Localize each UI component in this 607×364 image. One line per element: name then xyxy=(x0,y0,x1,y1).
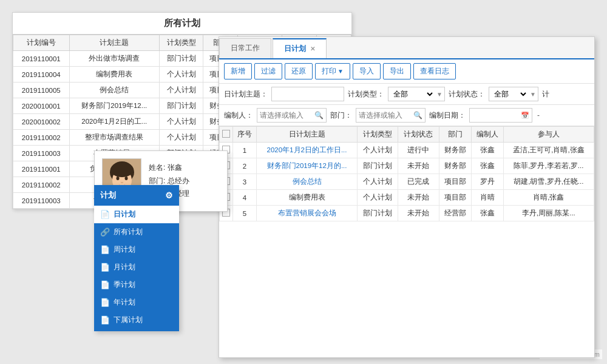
table-cell: 2019110003 xyxy=(13,146,70,161)
tab-close-icon[interactable]: ✕ xyxy=(310,46,315,52)
status-select[interactable]: 全部 未开始 进行中 已完成 xyxy=(489,87,528,101)
topic-input[interactable] xyxy=(271,87,344,101)
table-row[interactable]: 2财务部门2019年12月的...部门计划未开始财务部张鑫陈菲,罗丹,李若若,罗… xyxy=(220,158,594,174)
filter-row-2: 编制人： 🔍 部门： 🔍 编制日期： 📅 - xyxy=(219,105,594,126)
table-row[interactable]: 3例会总结个人计划已完成项目部罗丹胡建,胡雪,罗丹,任晓... xyxy=(220,174,594,190)
sidebar-header: 计划 ⚙ xyxy=(94,185,179,206)
topic-cell[interactable]: 财务部门2019年12月的... xyxy=(256,158,357,174)
date-label: 编制日期： xyxy=(429,110,466,121)
seq-cell: 1 xyxy=(233,143,257,158)
editor-input-wrap[interactable]: 🔍 xyxy=(257,108,327,123)
table-row[interactable]: 12020年1月2日的工作日...个人计划进行中财务部张鑫孟洁,王可可,肖晴,张… xyxy=(220,143,594,158)
editor-cell: 肖晴 xyxy=(471,190,503,206)
sidebar-item-sub[interactable]: 📄下属计划 xyxy=(94,311,179,329)
topic-cell[interactable]: 2020年1月2日的工作日... xyxy=(256,143,357,158)
sidebar-item-label: 周计划 xyxy=(114,244,135,255)
type-select-arrow-icon: ▼ xyxy=(435,91,444,98)
date-start-wrap[interactable]: 📅 xyxy=(469,108,532,123)
table-cell: 2020010002 xyxy=(13,114,70,130)
data-table-wrap: 序号日计划主题计划类型计划状态部门编制人参与人 12020年1月2日的工作日..… xyxy=(219,126,594,357)
dept-cell: 财务部 xyxy=(439,158,471,174)
editor-search-icon[interactable]: 🔍 xyxy=(312,111,326,120)
table-row[interactable]: 4编制费用表个人计划未开始项目部肖晴肖晴,张鑫 xyxy=(220,190,594,206)
date-start-input[interactable] xyxy=(470,109,518,122)
doc-icon: 📄 xyxy=(100,263,110,272)
table-cell: 2020010001 xyxy=(13,98,70,114)
print-button[interactable]: 打印 ▼ xyxy=(315,63,350,79)
tab-daily-plan[interactable]: 日计划 ✕ xyxy=(273,38,327,58)
table-cell: 编制费用表 xyxy=(69,67,159,83)
date-separator: - xyxy=(537,111,540,120)
filter-button[interactable]: 过滤 xyxy=(254,63,282,79)
export-button[interactable]: 导出 xyxy=(383,63,411,79)
table-cell: 整理市场调查结果 xyxy=(69,130,159,146)
type-cell: 个人计划 xyxy=(358,143,398,158)
doc-icon: 📄 xyxy=(100,245,110,254)
dept-search-icon[interactable]: 🔍 xyxy=(411,111,425,120)
gear-icon[interactable]: ⚙ xyxy=(165,190,173,200)
table-cell: 部门计划 xyxy=(160,51,203,67)
table-row[interactable]: 5布置营销展会会场部门计划未开始经营部张鑫李丹,周丽,陈某... xyxy=(220,206,594,221)
dept-cell: 经营部 xyxy=(439,206,471,221)
table-cell: 2020年1月2日的工... xyxy=(69,114,159,130)
col-header-计划状态: 计划状态 xyxy=(398,127,439,143)
sidebar-item-label: 所有计划 xyxy=(114,227,143,237)
sidebar-panel: 计划 ⚙ 📄日计划🔗所有计划📄周计划📄月计划📄季计划📄年计划📄下属计划 xyxy=(94,185,179,331)
table-cell: 个人计划 xyxy=(160,83,203,98)
participants-cell: 陈菲,罗丹,李若若,罗... xyxy=(503,158,594,174)
bg-panel-title: 所有计划 xyxy=(13,13,351,35)
sidebar-item-daily[interactable]: 📄日计划 xyxy=(94,206,179,223)
type-cell: 个人计划 xyxy=(358,190,398,206)
seq-cell: 4 xyxy=(233,190,257,206)
table-cell: 财务部门2019年12... xyxy=(69,98,159,114)
status-cell: 未开始 xyxy=(398,158,439,174)
sidebar-item-weekly[interactable]: 📄周计划 xyxy=(94,241,179,258)
participants-cell: 李丹,周丽,陈某... xyxy=(503,206,594,221)
doc-icon: 📄 xyxy=(100,315,110,325)
select-all-checkbox[interactable] xyxy=(222,130,230,138)
dept-cell: 项目部 xyxy=(439,174,471,190)
table-cell: 2019110001 xyxy=(13,161,70,177)
sidebar-item-label: 日计划 xyxy=(114,209,135,220)
editor-input[interactable] xyxy=(257,109,312,122)
calendar-start-icon[interactable]: 📅 xyxy=(518,112,532,120)
table-cell: 个人计划 xyxy=(160,67,203,83)
table-cell: 外出做市场调查 xyxy=(69,51,159,67)
tabs-bar: 日常工作 日计划 ✕ xyxy=(219,37,594,59)
participants-cell: 胡建,胡雪,罗丹,任晓... xyxy=(503,174,594,190)
editor-label: 编制人： xyxy=(224,110,253,121)
bg-col-header: 计划主题 xyxy=(69,35,159,51)
dept-input-wrap[interactable]: 🔍 xyxy=(356,108,426,123)
filter-row-1: 日计划主题： 计划类型： 全部 个人计划 部门计划 ▼ 计划状态： 全部 未开始… xyxy=(219,84,594,105)
col-header-参与人: 参与人 xyxy=(503,127,594,143)
tab-daily-work[interactable]: 日常工作 xyxy=(219,38,271,58)
import-button[interactable]: 导入 xyxy=(353,63,381,79)
type-select-wrap[interactable]: 全部 个人计划 部门计划 ▼ xyxy=(388,87,445,101)
topic-cell[interactable]: 布置营销展会会场 xyxy=(256,206,357,221)
sidebar-item-label: 月计划 xyxy=(114,262,135,272)
dept-input[interactable] xyxy=(356,109,411,122)
type-cell: 部门计划 xyxy=(358,158,398,174)
type-select[interactable]: 全部 个人计划 部门计划 xyxy=(388,87,435,101)
table-cell: 例会总结 xyxy=(69,83,159,98)
table-cell: 个人计划 xyxy=(160,114,203,130)
table-cell: 2019110005 xyxy=(13,83,70,98)
restore-button[interactable]: 还原 xyxy=(285,63,313,79)
status-cell: 未开始 xyxy=(398,206,439,221)
bg-col-header: 计划编号 xyxy=(13,35,70,51)
sidebar-item-label: 年计划 xyxy=(114,297,135,308)
svg-point-4 xyxy=(125,177,128,180)
type-label: 计划类型： xyxy=(348,89,384,99)
sidebar-item-yearly[interactable]: 📄年计划 xyxy=(94,294,179,311)
topic-cell[interactable]: 例会总结 xyxy=(256,174,357,190)
sidebar-item-quarterly[interactable]: 📄季计划 xyxy=(94,276,179,294)
dept-cell: 项目部 xyxy=(439,190,471,206)
sidebar-item-all[interactable]: 🔗所有计划 xyxy=(94,223,179,241)
participants-cell: 肖晴,张鑫 xyxy=(503,190,594,206)
add-button[interactable]: 新增 xyxy=(224,63,252,79)
status-select-wrap[interactable]: 全部 未开始 进行中 已完成 ▼ xyxy=(489,87,538,101)
view-log-button[interactable]: 查看日志 xyxy=(413,63,456,79)
toolbar: 新增 过滤 还原 打印 ▼ 导入 导出 查看日志 xyxy=(219,59,594,84)
editor-cell: 张鑫 xyxy=(471,158,503,174)
sidebar-item-monthly[interactable]: 📄月计划 xyxy=(94,258,179,276)
